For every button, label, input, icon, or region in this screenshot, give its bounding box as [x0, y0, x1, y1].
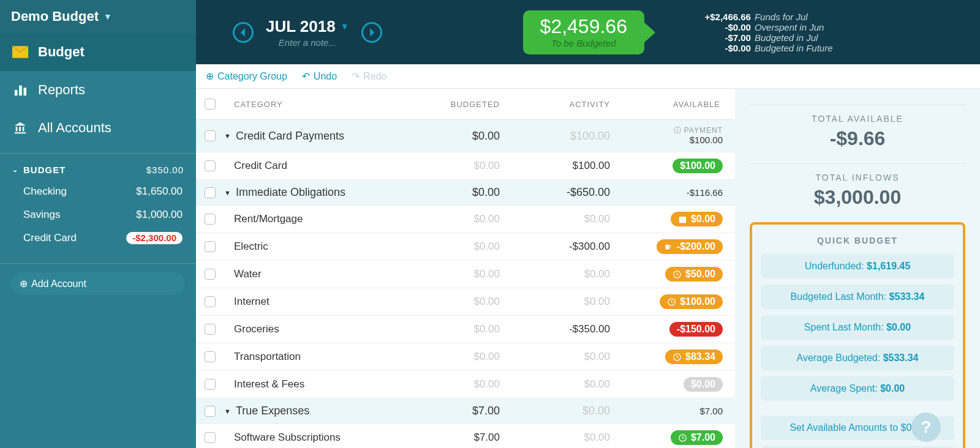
activity-cell[interactable]: $0.00	[507, 351, 617, 363]
next-month-button[interactable]	[361, 22, 382, 43]
available-cell[interactable]: $7.00	[617, 406, 728, 417]
nav-reports[interactable]: Reports	[0, 71, 196, 109]
available-pill[interactable]: $7.00	[671, 430, 723, 445]
activity-cell[interactable]: $0.00	[507, 296, 617, 308]
category-row[interactable]: Water$0.00$0.00$50.00	[196, 261, 735, 288]
category-group-row[interactable]: ▼Credit Card Payments$0.00$100.00ⓘ PAYME…	[196, 120, 735, 152]
tbb-label: To be Budgeted	[540, 38, 627, 48]
add-account-button[interactable]: ⊕ Add Account	[11, 272, 185, 295]
quick-budget-button[interactable]: Spent Last Month: $0.00	[761, 315, 954, 340]
month-note-input[interactable]: Enter a note...	[266, 37, 349, 48]
month-selector[interactable]: JUL 2018 ▼	[266, 17, 349, 36]
redo-button[interactable]: ↷ Redo	[352, 70, 386, 82]
available-pill[interactable]: $83.34	[665, 349, 723, 364]
activity-cell[interactable]: $0.00	[507, 268, 617, 280]
help-button[interactable]: ?	[911, 413, 941, 442]
available-cell[interactable]: $0.00	[617, 212, 728, 226]
collapse-icon[interactable]: ▼	[224, 132, 231, 140]
category-row[interactable]: Internet$0.00$0.00$100.00	[196, 288, 735, 316]
available-cell[interactable]: -$116.66	[617, 187, 728, 198]
budgeted-cell[interactable]: $0.00	[397, 323, 507, 335]
row-checkbox[interactable]	[205, 296, 216, 307]
available-pill[interactable]: $100.00	[660, 294, 723, 309]
row-checkbox[interactable]	[205, 379, 216, 390]
account-item[interactable]: Credit Card-$2,300.00	[11, 226, 185, 250]
budgeted-cell[interactable]: $0.00	[397, 268, 507, 280]
quick-budget-button[interactable]: Average Budgeted: $533.34	[761, 346, 954, 370]
activity-cell[interactable]: $100.00	[507, 130, 617, 143]
row-checkbox[interactable]	[205, 432, 216, 443]
available-cell[interactable]: -$150.00	[617, 322, 728, 337]
activity-cell[interactable]: -$300.00	[507, 241, 617, 253]
budgeted-cell[interactable]: $0.00	[397, 213, 507, 225]
quick-budget-button[interactable]: Average Spent: $0.00	[761, 376, 954, 401]
undo-icon: ↶	[302, 70, 310, 82]
budgeted-cell[interactable]: $0.00	[397, 378, 507, 390]
row-checkbox[interactable]	[205, 351, 216, 362]
row-checkbox[interactable]	[205, 160, 216, 171]
available-cell[interactable]: -$200.00	[617, 239, 728, 254]
nav-budget[interactable]: Budget	[0, 33, 196, 71]
activity-cell[interactable]: $0.00	[507, 213, 617, 225]
collapse-icon[interactable]: ▼	[224, 189, 231, 196]
category-group-row[interactable]: ▼Immediate Obligations$0.00-$650.00-$116…	[196, 180, 735, 206]
category-group-row[interactable]: ▼True Expenses$7.00$0.00$7.00	[196, 398, 735, 424]
row-checkbox[interactable]	[205, 214, 216, 225]
accounts-group-header[interactable]: ⌄ BUDGET $350.00	[11, 160, 185, 180]
available-cell[interactable]: $0.00	[617, 377, 728, 392]
budgeted-cell[interactable]: $7.00	[397, 405, 507, 417]
budgeted-cell[interactable]: $7.00	[397, 431, 507, 444]
available-cell[interactable]: ⓘ PAYMENT$100.00	[617, 126, 728, 146]
available-pill[interactable]: $100.00	[673, 159, 723, 173]
activity-cell[interactable]: -$350.00	[507, 323, 617, 335]
activity-cell[interactable]: $0.00	[507, 431, 617, 444]
budgeted-cell[interactable]: $0.00	[397, 160, 507, 172]
row-checkbox[interactable]	[205, 406, 216, 417]
available-cell[interactable]: $100.00	[617, 159, 728, 173]
account-item[interactable]: Checking$1,650.00	[11, 180, 185, 203]
activity-cell[interactable]: $100.00	[507, 160, 617, 172]
activity-cell[interactable]: -$650.00	[507, 186, 617, 199]
budget-selector[interactable]: Demo Budget ▼	[0, 0, 196, 33]
quick-budget-button[interactable]: Underfunded: $1,619.45	[761, 254, 954, 278]
available-cell[interactable]: $83.34	[617, 349, 728, 364]
row-checkbox[interactable]	[205, 130, 216, 141]
category-row[interactable]: Software Subscriptions$7.00$0.00$7.00	[196, 424, 735, 448]
prev-month-button[interactable]	[233, 22, 254, 43]
col-activity: ACTIVITY	[507, 100, 617, 109]
account-item[interactable]: Savings$1,000.00	[11, 203, 185, 226]
budgeted-cell[interactable]: $0.00	[397, 351, 507, 363]
category-row[interactable]: Rent/Mortgage$0.00$0.00$0.00	[196, 206, 735, 233]
activity-cell[interactable]: $0.00	[507, 378, 617, 390]
available-pill[interactable]: $0.00	[671, 212, 723, 226]
budgeted-cell[interactable]: $0.00	[397, 241, 507, 253]
available-pill[interactable]: $50.00	[665, 267, 723, 282]
nav-all-accounts[interactable]: All Accounts	[0, 109, 196, 147]
available-cell[interactable]: $100.00	[617, 294, 728, 309]
budgeted-cell[interactable]: $0.00	[397, 186, 507, 199]
category-name: Immediate Obligations	[236, 186, 345, 199]
row-checkbox[interactable]	[205, 269, 216, 280]
add-category-group-button[interactable]: ⊕ Category Group	[206, 70, 287, 82]
budgeted-cell[interactable]: $0.00	[397, 296, 507, 308]
to-be-budgeted[interactable]: $2,459.66 To be Budgeted	[523, 10, 644, 54]
row-checkbox[interactable]	[205, 187, 216, 198]
budgeted-cell[interactable]: $0.00	[397, 130, 507, 143]
activity-cell[interactable]: $0.00	[507, 405, 617, 417]
available-pill[interactable]: $0.00	[684, 377, 723, 392]
select-all-checkbox[interactable]	[205, 99, 216, 110]
available-pill[interactable]: -$150.00	[669, 322, 723, 337]
row-checkbox[interactable]	[205, 324, 216, 335]
category-row[interactable]: Electric$0.00-$300.00-$200.00	[196, 233, 735, 261]
quick-budget-button[interactable]: Budgeted Last Month: $533.34	[761, 285, 954, 309]
available-cell[interactable]: $7.00	[617, 430, 728, 445]
category-row[interactable]: Transportation$0.00$0.00$83.34	[196, 343, 735, 371]
collapse-icon[interactable]: ▼	[224, 408, 231, 415]
row-checkbox[interactable]	[205, 241, 216, 252]
available-pill[interactable]: -$200.00	[657, 239, 723, 254]
undo-button[interactable]: ↶ Undo	[302, 70, 337, 82]
available-cell[interactable]: $50.00	[617, 267, 728, 282]
category-row[interactable]: Credit Card$0.00$100.00$100.00	[196, 152, 735, 180]
category-row[interactable]: Groceries$0.00-$350.00-$150.00	[196, 316, 735, 343]
category-row[interactable]: Interest & Fees$0.00$0.00$0.00	[196, 371, 735, 398]
